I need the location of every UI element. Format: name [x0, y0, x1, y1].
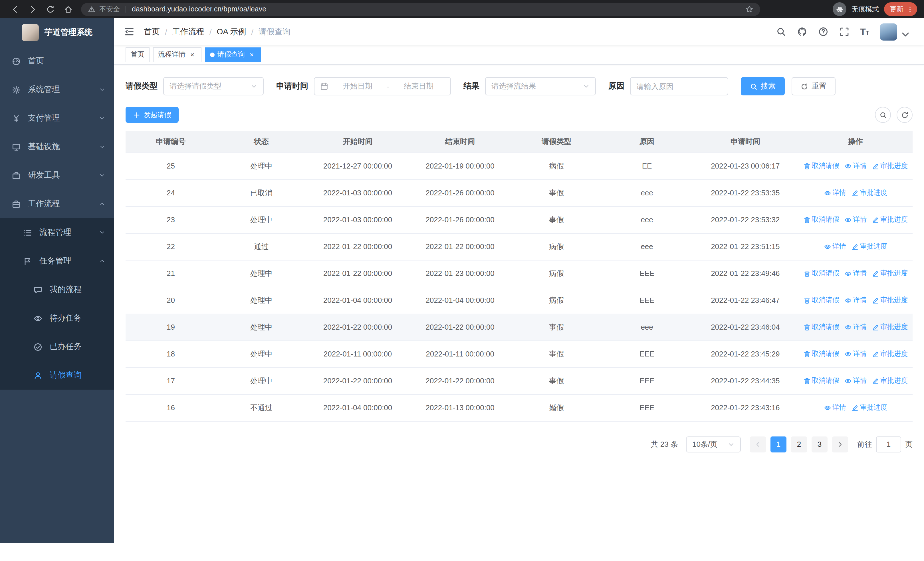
- fullscreen-icon[interactable]: [839, 27, 849, 37]
- action-label: 取消请假: [812, 349, 839, 359]
- cancel-leave-link[interactable]: 取消请假: [803, 269, 839, 278]
- bookmark-star-icon[interactable]: [746, 5, 753, 13]
- sidebar-item-home[interactable]: 首页: [0, 47, 114, 75]
- logo-image: [22, 24, 39, 41]
- detail-link[interactable]: 详情: [844, 322, 867, 332]
- sidebar-item-payment-management[interactable]: 支付管理: [0, 104, 114, 132]
- tab-close-icon[interactable]: ×: [248, 51, 256, 59]
- sidebar-item-infrastructure[interactable]: 基础设施: [0, 132, 114, 161]
- browser-home-icon[interactable]: [63, 4, 73, 14]
- approval-progress-link[interactable]: 审批进度: [851, 188, 887, 198]
- font-size-icon[interactable]: TT: [860, 27, 869, 36]
- cell-end-time: 2022-01-22 00:00:00: [409, 367, 512, 394]
- cell-operations: 取消请假详情审批进度: [798, 152, 913, 179]
- approval-progress-link[interactable]: 审批进度: [872, 161, 908, 171]
- detail-link[interactable]: 详情: [824, 403, 846, 412]
- page-button-1[interactable]: 1: [771, 436, 786, 452]
- approval-progress-link[interactable]: 审批进度: [872, 349, 908, 359]
- action-label: 审批进度: [860, 188, 887, 198]
- help-icon[interactable]: [818, 27, 828, 37]
- leave-type-select[interactable]: 请选择请假类型: [163, 77, 264, 95]
- detail-link[interactable]: 详情: [844, 376, 867, 386]
- filter-bar: 请假类型 请选择请假类型 申请时间 开始日期 - 结束日期 结果 请选择流: [126, 77, 913, 95]
- sidebar-item-my-process[interactable]: 我的流程: [0, 275, 114, 304]
- detail-link[interactable]: 详情: [824, 188, 846, 198]
- cell-end-time: 2022-01-19 00:00:00: [409, 152, 512, 179]
- page-button-2[interactable]: 2: [791, 436, 807, 452]
- cell-status: 不通过: [216, 394, 306, 421]
- detail-link[interactable]: 详情: [844, 215, 867, 224]
- sidebar-item-label: 系统管理: [28, 84, 93, 95]
- apply-time-range[interactable]: 开始日期 - 结束日期: [314, 77, 451, 95]
- detail-link[interactable]: 详情: [824, 242, 846, 251]
- approval-progress-link[interactable]: 审批进度: [851, 403, 887, 412]
- incognito-icon: [836, 5, 843, 13]
- tab-leave-query[interactable]: 请假查询×: [205, 47, 261, 62]
- sidebar-item-task-management[interactable]: 任务管理: [0, 247, 114, 275]
- breadcrumb-item[interactable]: 首页: [144, 27, 160, 37]
- breadcrumb-item[interactable]: OA 示例: [217, 27, 246, 37]
- approval-progress-link[interactable]: 审批进度: [872, 376, 908, 386]
- approval-progress-link[interactable]: 审批进度: [872, 215, 908, 224]
- page-button-3[interactable]: 3: [812, 436, 828, 452]
- toggle-search-button[interactable]: [875, 107, 891, 123]
- user-menu[interactable]: [880, 23, 910, 40]
- sidebar-item-system-management[interactable]: 系统管理: [0, 75, 114, 104]
- prev-page-button[interactable]: [750, 436, 766, 452]
- eye-icon: [33, 314, 43, 322]
- browser-back-icon[interactable]: [10, 4, 20, 14]
- approval-progress-link[interactable]: 审批进度: [872, 269, 908, 278]
- reason-input[interactable]: [630, 77, 728, 95]
- cell-status: 处理中: [216, 206, 306, 233]
- browser-menu-button[interactable]: 更新: [884, 2, 917, 16]
- cancel-leave-link[interactable]: 取消请假: [803, 161, 839, 171]
- search-button[interactable]: 搜索: [741, 77, 785, 95]
- cell-apply-time: 2022-01-22 23:43:16: [692, 394, 798, 421]
- app-logo[interactable]: 芋道管理系统: [0, 18, 114, 47]
- sidebar-item-leave-query[interactable]: 请假查询: [0, 361, 114, 390]
- refresh-table-button[interactable]: [897, 107, 913, 123]
- cancel-leave-link[interactable]: 取消请假: [803, 295, 839, 305]
- sidebar-item-done-tasks[interactable]: 已办任务: [0, 332, 114, 361]
- approval-progress-link[interactable]: 审批进度: [851, 242, 887, 251]
- sidebar-item-todo-tasks[interactable]: 待办任务: [0, 304, 114, 332]
- approval-progress-link[interactable]: 审批进度: [872, 295, 908, 305]
- page-size-select[interactable]: 10条/页: [686, 436, 741, 452]
- next-page-button[interactable]: [832, 436, 848, 452]
- sidebar-item-workflow[interactable]: 工作流程: [0, 190, 114, 218]
- browser-forward-icon[interactable]: [28, 4, 38, 14]
- cell-status: 处理中: [216, 340, 306, 367]
- cancel-leave-link[interactable]: 取消请假: [803, 349, 839, 359]
- cancel-leave-link[interactable]: 取消请假: [803, 215, 839, 224]
- breadcrumb-item[interactable]: 工作流程: [172, 27, 204, 37]
- table-row: 19处理中2022-01-22 00:00:002022-01-22 00:00…: [126, 314, 913, 340]
- url-bar[interactable]: 不安全 dashboard.yudao.iocoder.cn/bpm/oa/le…: [81, 3, 760, 16]
- github-icon[interactable]: [797, 27, 807, 37]
- result-select[interactable]: 请选择流结果: [485, 77, 596, 95]
- approval-progress-link[interactable]: 审批进度: [872, 322, 908, 332]
- sidebar-toggle-icon[interactable]: [123, 26, 135, 38]
- cancel-leave-link[interactable]: 取消请假: [803, 376, 839, 386]
- tab-close-icon[interactable]: ×: [188, 51, 196, 59]
- tab-home[interactable]: 首页: [126, 47, 150, 62]
- detail-link[interactable]: 详情: [844, 295, 867, 305]
- action-label: 详情: [853, 161, 867, 171]
- tab-process-detail[interactable]: 流程详情×: [153, 47, 201, 62]
- goto-page-input[interactable]: [876, 436, 901, 452]
- browser-reload-icon[interactable]: [46, 4, 56, 14]
- incognito-avatar[interactable]: [832, 2, 846, 16]
- cell-status: 处理中: [216, 152, 306, 179]
- sidebar-item-process-management[interactable]: 流程管理: [0, 218, 114, 247]
- detail-link[interactable]: 详情: [844, 269, 867, 278]
- reset-button[interactable]: 重置: [792, 77, 836, 95]
- detail-link[interactable]: 详情: [844, 349, 867, 359]
- cancel-leave-link[interactable]: 取消请假: [803, 322, 839, 332]
- action-label: 详情: [853, 376, 867, 386]
- security-warning-icon[interactable]: [88, 5, 95, 13]
- sidebar-item-devtools[interactable]: 研发工具: [0, 161, 114, 190]
- page-buttons: 123: [768, 436, 830, 452]
- detail-link[interactable]: 详情: [844, 161, 867, 171]
- sidebar-item-label: 待办任务: [50, 313, 105, 323]
- create-leave-button[interactable]: 发起请假: [126, 107, 178, 123]
- header-search-icon[interactable]: [776, 27, 786, 37]
